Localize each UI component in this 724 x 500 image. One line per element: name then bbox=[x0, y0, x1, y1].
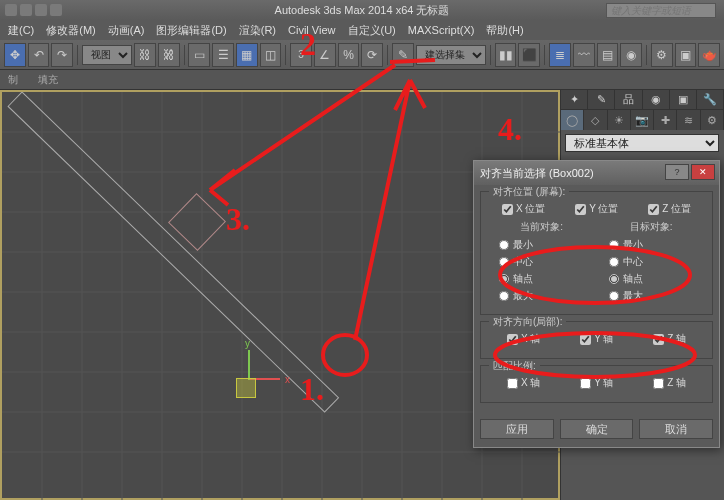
menu-create[interactable]: 建(C) bbox=[4, 21, 38, 40]
tab-modify[interactable]: ✎ bbox=[588, 90, 615, 109]
help-search-input[interactable] bbox=[606, 3, 716, 18]
dialog-title-text: 对齐当前选择 (Box002) bbox=[480, 166, 594, 181]
select-move-icon[interactable]: ✥ bbox=[4, 43, 26, 67]
select-icon[interactable]: ▭ bbox=[188, 43, 210, 67]
menu-maxscript[interactable]: MAXScript(X) bbox=[404, 22, 479, 38]
cancel-button[interactable]: 取消 bbox=[639, 419, 713, 439]
menu-bar: 建(C) 修改器(M) 动画(A) 图形编辑器(D) 渲染(R) Civil V… bbox=[0, 20, 724, 40]
align-position-group: 对齐位置 (屏幕): X 位置 Y 位置 Z 位置 当前对象: 最小 中心 轴点… bbox=[480, 191, 713, 315]
create-subcategories: ◯ ◇ ☀ 📷 ✚ ≋ ⚙ bbox=[561, 110, 724, 130]
scale-x-checkbox[interactable]: X 轴 bbox=[507, 376, 540, 390]
menu-animation[interactable]: 动画(A) bbox=[104, 21, 149, 40]
selection-region-icon[interactable]: ▦ bbox=[236, 43, 258, 67]
z-position-checkbox[interactable]: Z 位置 bbox=[648, 202, 691, 216]
spinner-snap-icon[interactable]: ⟳ bbox=[361, 43, 383, 67]
main-toolbar: ✥ ↶ ↷ 视图 ⛓ ⛓̸ ▭ ☰ ▦ ◫ 3 ∠ % ⟳ ✎ 建选择集 ▮▮ … bbox=[0, 40, 724, 70]
window-crossing-icon[interactable]: ◫ bbox=[260, 43, 282, 67]
app-icon bbox=[5, 4, 17, 16]
dialog-close-button[interactable]: ✕ bbox=[691, 164, 715, 180]
undo-button[interactable]: ↶ bbox=[28, 43, 50, 67]
ribbon-label-left: 制 bbox=[8, 73, 18, 87]
reference-coord-dropdown[interactable]: 视图 bbox=[82, 45, 132, 65]
save-icon[interactable] bbox=[20, 4, 32, 16]
percent-snap-icon[interactable]: % bbox=[338, 43, 360, 67]
separator bbox=[285, 45, 286, 65]
title-quick-access bbox=[5, 4, 62, 16]
align-icon[interactable]: ⬛ bbox=[518, 43, 540, 67]
axis-gizmo[interactable] bbox=[220, 350, 280, 410]
select-by-name-icon[interactable]: ☰ bbox=[212, 43, 234, 67]
helpers-icon[interactable]: ✚ bbox=[654, 110, 677, 130]
redo-icon[interactable] bbox=[50, 4, 62, 16]
command-panel-tabs: ✦ ✎ 品 ◉ ▣ 🔧 bbox=[561, 90, 724, 110]
menu-graph-editors[interactable]: 图形编辑器(D) bbox=[152, 21, 230, 40]
scale-z-checkbox[interactable]: Z 轴 bbox=[653, 376, 686, 390]
cameras-icon[interactable]: 📷 bbox=[631, 110, 654, 130]
target-center-radio[interactable]: 中心 bbox=[609, 255, 707, 269]
lights-icon[interactable]: ☀ bbox=[608, 110, 631, 130]
orient-y-checkbox[interactable]: Y 轴 bbox=[580, 332, 613, 346]
separator bbox=[544, 45, 545, 65]
menu-customize[interactable]: 自定义(U) bbox=[344, 21, 400, 40]
dialog-help-button[interactable]: ? bbox=[665, 164, 689, 180]
target-min-radio[interactable]: 最小 bbox=[609, 238, 707, 252]
rendered-frame-icon[interactable]: ▣ bbox=[675, 43, 697, 67]
snap-3-icon[interactable]: 3 bbox=[290, 43, 312, 67]
y-axis-icon bbox=[248, 350, 250, 380]
ok-button[interactable]: 确定 bbox=[560, 419, 634, 439]
target-max-radio[interactable]: 最大 bbox=[609, 289, 707, 303]
scale-y-checkbox[interactable]: Y 轴 bbox=[580, 376, 613, 390]
title-bar: Autodesk 3ds Max 2014 x64 无标题 bbox=[0, 0, 724, 20]
tab-display[interactable]: ▣ bbox=[670, 90, 697, 109]
render-setup-icon[interactable]: ⚙ bbox=[651, 43, 673, 67]
render-icon[interactable]: 🫖 bbox=[698, 43, 720, 67]
orient-z-checkbox[interactable]: Z 轴 bbox=[653, 332, 686, 346]
shapes-icon[interactable]: ◇ bbox=[584, 110, 607, 130]
tab-motion[interactable]: ◉ bbox=[643, 90, 670, 109]
redo-button[interactable]: ↷ bbox=[51, 43, 73, 67]
mirror-icon[interactable]: ▮▮ bbox=[495, 43, 517, 67]
match-scale-group: 匹配比例: X 轴 Y 轴 Z 轴 bbox=[480, 365, 713, 403]
x-position-checkbox[interactable]: X 位置 bbox=[502, 202, 545, 216]
named-selection-dropdown[interactable]: 建选择集 bbox=[416, 45, 486, 65]
menu-help[interactable]: 帮助(H) bbox=[482, 21, 527, 40]
separator bbox=[387, 45, 388, 65]
create-icon[interactable]: ✎ bbox=[392, 43, 414, 67]
tab-hierarchy[interactable]: 品 bbox=[615, 90, 642, 109]
current-max-radio[interactable]: 最大 bbox=[499, 289, 597, 303]
current-min-radio[interactable]: 最小 bbox=[499, 238, 597, 252]
angle-snap-icon[interactable]: ∠ bbox=[314, 43, 336, 67]
undo-icon[interactable] bbox=[35, 4, 47, 16]
y-position-checkbox[interactable]: Y 位置 bbox=[575, 202, 618, 216]
schematic-view-icon[interactable]: ▤ bbox=[597, 43, 619, 67]
separator bbox=[77, 45, 78, 65]
group-title: 对齐位置 (屏幕): bbox=[489, 185, 569, 199]
target-object-column: 目标对象: 最小 中心 轴点 最大 bbox=[597, 220, 707, 306]
orient-x-checkbox[interactable]: X 轴 bbox=[507, 332, 540, 346]
geometry-icon[interactable]: ◯ bbox=[561, 110, 584, 130]
tab-utilities[interactable]: 🔧 bbox=[697, 90, 724, 109]
tab-create[interactable]: ✦ bbox=[561, 90, 588, 109]
current-center-radio[interactable]: 中心 bbox=[499, 255, 597, 269]
xy-plane-handle[interactable] bbox=[236, 378, 256, 398]
menu-rendering[interactable]: 渲染(R) bbox=[235, 21, 280, 40]
dialog-title-bar[interactable]: 对齐当前选择 (Box002) ? ✕ bbox=[474, 161, 719, 185]
unlink-icon[interactable]: ⛓̸ bbox=[158, 43, 180, 67]
layer-manager-icon[interactable]: ≣ bbox=[549, 43, 571, 67]
systems-icon[interactable]: ⚙ bbox=[701, 110, 724, 130]
space-warps-icon[interactable]: ≋ bbox=[677, 110, 700, 130]
menu-civil-view[interactable]: Civil View bbox=[284, 22, 339, 38]
apply-button[interactable]: 应用 bbox=[480, 419, 554, 439]
ribbon-bar: 制 填充 bbox=[0, 70, 724, 90]
menu-modifiers[interactable]: 修改器(M) bbox=[42, 21, 100, 40]
ribbon-label-fill[interactable]: 填充 bbox=[38, 73, 58, 87]
target-pivot-radio[interactable]: 轴点 bbox=[609, 272, 707, 286]
current-pivot-radio[interactable]: 轴点 bbox=[499, 272, 597, 286]
link-icon[interactable]: ⛓ bbox=[134, 43, 156, 67]
curve-editor-icon[interactable]: 〰 bbox=[573, 43, 595, 67]
separator bbox=[646, 45, 647, 65]
material-editor-icon[interactable]: ◉ bbox=[620, 43, 642, 67]
align-orientation-group: 对齐方向(局部): X 轴 Y 轴 Z 轴 bbox=[480, 321, 713, 359]
target-object-title: 目标对象: bbox=[597, 220, 707, 234]
object-category-dropdown[interactable]: 标准基本体 bbox=[565, 134, 719, 152]
